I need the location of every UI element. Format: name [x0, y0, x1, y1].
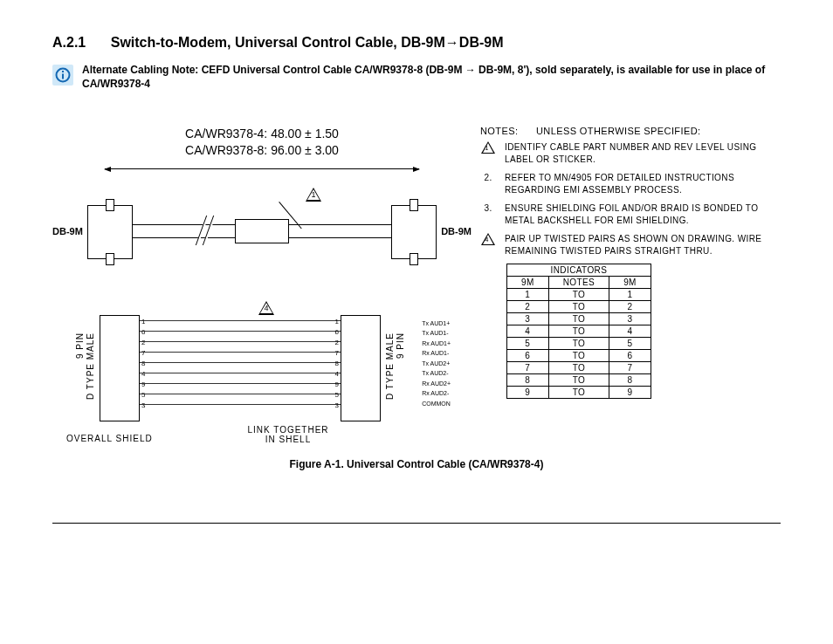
table-cell: TO — [548, 350, 609, 362]
wire-lines — [140, 320, 341, 414]
triangle-flag-icon: 1 — [481, 141, 495, 154]
left-conn-type-1: 9 PIN — [75, 332, 85, 359]
right-connector-shape — [391, 205, 437, 259]
flag-4-number: 4 — [262, 304, 271, 312]
dim-line-2: CA/WR9378-8: 96.00 ± 3.00 — [52, 142, 472, 158]
note-item: 4PAIR UP TWISTED PAIRS AS SHOWN ON DRAWI… — [480, 233, 781, 257]
note-text: Alternate Cabling Note: CEFD Universal C… — [82, 63, 781, 91]
table-row: 6TO6 — [507, 350, 651, 362]
notes-header: NOTES: UNLESS OTHERWISE SPECIFIED: — [480, 126, 781, 136]
info-icon — [52, 65, 73, 86]
note-number: 1 — [480, 141, 496, 165]
table-cell: 4 — [507, 325, 549, 338]
note-text-body: REFER TO MN/4905 FOR DETAILED INSTRUCTIO… — [505, 172, 781, 195]
right-conn-type-2: D TYPE MALE — [385, 332, 395, 400]
footer-rule — [52, 523, 781, 524]
pinout-schematic: 4 9 PIN D TYPE MALE 1 6 2 7 8 4 9 5 3 1 … — [52, 306, 472, 446]
table-cell: 2 — [609, 301, 651, 313]
table-cell: 9 — [609, 387, 651, 399]
label-sleeve — [235, 219, 289, 243]
figure-caption: Figure A-1. Universal Control Cable (CA/… — [52, 458, 781, 470]
screw-icon — [410, 253, 418, 265]
right-connector-label: DB-9M — [441, 226, 472, 236]
table-cell: TO — [548, 313, 609, 325]
right-pin-numbers: 1 6 2 7 8 4 9 5 3 — [335, 317, 339, 411]
flag-1-number: 1 — [309, 190, 318, 199]
dimension-labels: CA/WR9378-4: 48.00 ± 1.50 CA/WR9378-8: 9… — [52, 126, 472, 157]
notes-list: 1IDENTIFY CABLE PART NUMBER AND REV LEVE… — [480, 141, 781, 257]
indicators-title: INDICATORS — [507, 264, 651, 277]
table-cell: 7 — [609, 362, 651, 374]
screw-icon — [410, 199, 418, 211]
table-cell: 8 — [609, 374, 651, 387]
screw-icon — [106, 253, 114, 265]
table-cell: 1 — [609, 289, 651, 301]
overall-shield-label: OVERALL SHIELD — [66, 434, 153, 443]
table-cell: 6 — [609, 350, 651, 362]
table-cell: 5 — [507, 338, 549, 350]
table-row: 9TO9 — [507, 387, 651, 399]
alternate-cabling-note: Alternate Cabling Note: CEFD Universal C… — [52, 63, 781, 91]
left-connector-label: DB-9M — [52, 226, 83, 236]
table-cell: 7 — [507, 362, 549, 374]
table-cell: 8 — [507, 374, 549, 387]
screw-icon — [106, 199, 114, 211]
right-conn-type-1: 9 PIN — [396, 332, 405, 359]
left-connector-shape — [87, 205, 133, 259]
left-pin-block — [100, 315, 140, 421]
svg-rect-1 — [62, 74, 64, 79]
table-cell: 4 — [609, 325, 651, 338]
note-text-body: IDENTIFY CABLE PART NUMBER AND REV LEVEL… — [505, 141, 781, 165]
table-cell: 1 — [507, 289, 549, 301]
note-number: 4 — [480, 233, 496, 257]
table-cell: 2 — [507, 301, 549, 313]
section-title: Switch-to-Modem, Universal Control Cable… — [111, 35, 504, 50]
table-row: 1TO1 — [507, 289, 651, 301]
table-cell: TO — [548, 289, 609, 301]
table-cell: 6 — [507, 350, 549, 362]
table-cell: TO — [548, 325, 609, 338]
table-cell: 3 — [609, 313, 651, 325]
flag-1-icon: 1 — [306, 188, 321, 202]
dim-line-1: CA/WR9378-4: 48.00 ± 1.50 — [52, 126, 472, 141]
cable-outline: DB-9M DB-9M 1 — [52, 163, 472, 303]
section-heading: A.2.1 Switch-to-Modem, Universal Control… — [52, 35, 781, 51]
note-text-body: PAIR UP TWISTED PAIRS AS SHOWN ON DRAWIN… — [505, 233, 781, 257]
figure-container: CA/WR9378-4: 48.00 ± 1.50 CA/WR9378-8: 9… — [52, 126, 781, 445]
table-cell: TO — [548, 387, 609, 399]
table-row: 7TO7 — [507, 362, 651, 374]
notes-label: NOTES: — [480, 126, 527, 136]
note-item: 2.REFER TO MN/4905 FOR DETAILED INSTRUCT… — [480, 172, 781, 195]
table-row: 2TO2 — [507, 301, 651, 313]
table-cell: TO — [548, 374, 609, 387]
link-together-label: LINK TOGETHER IN SHELL — [227, 425, 349, 444]
indicators-header: 9M — [507, 277, 549, 289]
table-row: 3TO3 — [507, 313, 651, 325]
cable-diagram: CA/WR9378-4: 48.00 ± 1.50 CA/WR9378-8: 9… — [52, 126, 472, 445]
right-pin-block — [341, 315, 381, 421]
table-cell: TO — [548, 301, 609, 313]
note-item: 3.ENSURE SHIELDING FOIL AND/OR BRAID IS … — [480, 202, 781, 226]
left-conn-type-2: D TYPE MALE — [86, 332, 95, 400]
table-row: 4TO4 — [507, 325, 651, 338]
table-cell: TO — [548, 362, 609, 374]
indicators-header: 9M — [609, 277, 651, 289]
indicators-header: NOTES — [548, 277, 609, 289]
section-number: A.2.1 — [52, 35, 86, 51]
note-number: 3. — [480, 202, 496, 226]
table-row: 8TO8 — [507, 374, 651, 387]
table-cell: 9 — [507, 387, 549, 399]
flag-4-icon: 4 — [258, 301, 274, 315]
indicators-table: INDICATORS 9M NOTES 9M 1TO12TO23TO34TO45… — [506, 264, 651, 399]
svg-rect-2 — [62, 71, 64, 72]
notes-subhead: UNLESS OTHERWISE SPECIFIED: — [536, 126, 700, 136]
table-cell: TO — [548, 338, 609, 350]
dimension-extent-line — [105, 168, 419, 169]
table-cell: 3 — [507, 313, 549, 325]
table-row: 5TO5 — [507, 338, 651, 350]
note-number: 2. — [480, 172, 496, 195]
notes-and-table: NOTES: UNLESS OTHERWISE SPECIFIED: 1IDEN… — [480, 126, 781, 399]
note-item: 1IDENTIFY CABLE PART NUMBER AND REV LEVE… — [480, 141, 781, 165]
triangle-flag-icon: 4 — [481, 233, 495, 245]
table-cell: 5 — [609, 338, 651, 350]
